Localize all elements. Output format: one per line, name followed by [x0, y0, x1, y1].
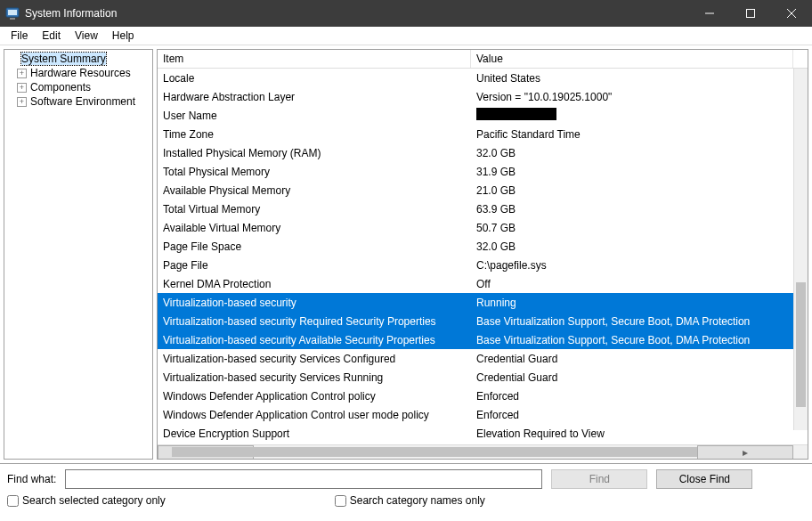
- cell-item: Virtualization-based security Services C…: [158, 353, 471, 365]
- menu-edit[interactable]: Edit: [35, 28, 68, 44]
- list-header: Item Value: [158, 50, 808, 69]
- cell-item: Page File: [158, 259, 471, 272]
- cell-item: Device Encryption Support: [158, 427, 471, 440]
- checkbox-search-names[interactable]: Search category names only: [335, 494, 485, 507]
- details-list: Item Value LocaleUnited StatesHardware A…: [157, 49, 808, 460]
- expand-icon[interactable]: +: [17, 83, 27, 93]
- redacted-value: [476, 108, 556, 120]
- checkbox-label: Search selected category only: [22, 494, 166, 507]
- table-row[interactable]: Page File Space32.0 GB: [158, 237, 793, 256]
- maximize-button[interactable]: [730, 0, 771, 27]
- table-row[interactable]: Hardware Abstraction LayerVersion = "10.…: [158, 87, 793, 106]
- menubar: File Edit View Help: [0, 27, 812, 45]
- cell-item: Kernel DMA Protection: [158, 278, 471, 290]
- cell-value: Credential Guard: [471, 353, 793, 365]
- checkbox-label: Search category names only: [350, 494, 485, 507]
- close-button[interactable]: [771, 0, 812, 27]
- find-label: Find what:: [7, 473, 56, 485]
- table-row[interactable]: User Name: [158, 106, 793, 125]
- titlebar[interactable]: System Information: [0, 0, 812, 27]
- cell-item: Page File Space: [158, 240, 471, 253]
- cell-value: Enforced: [471, 409, 793, 421]
- find-panel: Find what: Find Close Find Search select…: [0, 464, 812, 521]
- cell-item: Total Physical Memory: [158, 166, 471, 178]
- cell-value: Off: [471, 278, 793, 290]
- tree-node-components[interactable]: +Components: [6, 80, 150, 94]
- table-row[interactable]: Virtualization-based security Services C…: [158, 349, 793, 368]
- cell-item: Virtualization-based security: [158, 297, 471, 309]
- horizontal-scrollbar[interactable]: ◂ ▸: [158, 445, 793, 459]
- scroll-right-icon[interactable]: ▸: [697, 445, 793, 460]
- cell-item: Time Zone: [158, 128, 471, 141]
- table-row[interactable]: Total Virtual Memory63.9 GB: [158, 199, 793, 218]
- column-header-item[interactable]: Item: [158, 50, 471, 68]
- find-input[interactable]: [65, 469, 542, 489]
- cell-item: Total Virtual Memory: [158, 203, 471, 216]
- checkbox-search-selected[interactable]: Search selected category only: [7, 494, 166, 507]
- cell-value: Running: [471, 297, 793, 309]
- svg-rect-2: [10, 18, 15, 20]
- cell-item: Locale: [158, 72, 471, 85]
- window-title: System Information: [25, 7, 689, 20]
- cell-value: Pacific Standard Time: [471, 128, 793, 141]
- menu-file[interactable]: File: [4, 28, 35, 44]
- category-tree[interactable]: System Summary +Hardware Resources +Comp…: [4, 49, 153, 460]
- svg-rect-4: [747, 10, 755, 18]
- table-row[interactable]: Virtualization-based security Required S…: [158, 312, 793, 330]
- cell-item: Windows Defender Application Control pol…: [158, 390, 471, 403]
- cell-value: 32.0 GB: [471, 147, 793, 159]
- cell-value: 31.9 GB: [471, 166, 793, 178]
- table-row[interactable]: Windows Defender Application Control use…: [158, 405, 793, 424]
- table-row[interactable]: Virtualization-based security Available …: [158, 330, 793, 349]
- tree-node-software-environment[interactable]: +Software Environment: [6, 94, 150, 109]
- tree-label: Components: [30, 81, 91, 94]
- expand-icon[interactable]: +: [17, 69, 27, 78]
- tree-label: Hardware Resources: [30, 67, 131, 79]
- table-row[interactable]: Installed Physical Memory (RAM)32.0 GB: [158, 143, 793, 162]
- expand-icon[interactable]: +: [17, 97, 27, 107]
- table-row[interactable]: Total Physical Memory31.9 GB: [158, 162, 793, 181]
- cell-item: Virtualization-based security Required S…: [158, 315, 471, 328]
- menu-help[interactable]: Help: [105, 28, 142, 44]
- checkbox-input[interactable]: [335, 495, 346, 507]
- cell-value: Base Virtualization Support, Secure Boot…: [471, 334, 793, 346]
- tree-node-hardware-resources[interactable]: +Hardware Resources: [6, 66, 150, 80]
- cell-item: Windows Defender Application Control use…: [158, 409, 471, 421]
- cell-item: Installed Physical Memory (RAM): [158, 147, 471, 159]
- app-icon: [5, 6, 20, 20]
- close-find-button[interactable]: Close Find: [656, 469, 752, 489]
- checkbox-input[interactable]: [7, 495, 19, 507]
- cell-value: Credential Guard: [471, 371, 793, 384]
- menu-view[interactable]: View: [68, 28, 105, 44]
- find-button[interactable]: Find: [551, 469, 647, 489]
- cell-value: 63.9 GB: [471, 203, 793, 216]
- cell-value: C:\pagefile.sys: [471, 259, 793, 272]
- cell-value: Elevation Required to View: [471, 427, 793, 440]
- vertical-scrollbar[interactable]: [793, 69, 808, 430]
- table-row[interactable]: Device Encryption SupportElevation Requi…: [158, 424, 793, 443]
- tree-label: Software Environment: [30, 95, 135, 108]
- table-row[interactable]: Time ZonePacific Standard Time: [158, 125, 793, 143]
- scrollbar-thumb[interactable]: [172, 447, 719, 457]
- scrollbar-thumb[interactable]: [796, 282, 806, 407]
- table-row[interactable]: Available Physical Memory21.0 GB: [158, 181, 793, 199]
- cell-value: 32.0 GB: [471, 240, 793, 253]
- cell-item: Available Physical Memory: [158, 184, 471, 197]
- cell-value: [471, 108, 793, 123]
- cell-value: 21.0 GB: [471, 184, 793, 197]
- minimize-button[interactable]: [689, 0, 730, 27]
- cell-item: Virtualization-based security Services R…: [158, 371, 471, 384]
- cell-value: United States: [471, 72, 793, 85]
- cell-item: User Name: [158, 110, 471, 122]
- tree-node-system-summary[interactable]: System Summary: [6, 52, 150, 66]
- table-row[interactable]: Virtualization-based securityRunning: [158, 293, 793, 312]
- cell-item: Hardware Abstraction Layer: [158, 91, 471, 103]
- table-row[interactable]: Kernel DMA ProtectionOff: [158, 274, 793, 293]
- table-row[interactable]: LocaleUnited States: [158, 69, 793, 87]
- table-row[interactable]: Windows Defender Application Control pol…: [158, 387, 793, 405]
- table-row[interactable]: Virtualization-based security Services R…: [158, 368, 793, 387]
- cell-item: Available Virtual Memory: [158, 222, 471, 234]
- column-header-value[interactable]: Value: [471, 50, 793, 68]
- table-row[interactable]: Page FileC:\pagefile.sys: [158, 256, 793, 274]
- table-row[interactable]: Available Virtual Memory50.7 GB: [158, 218, 793, 237]
